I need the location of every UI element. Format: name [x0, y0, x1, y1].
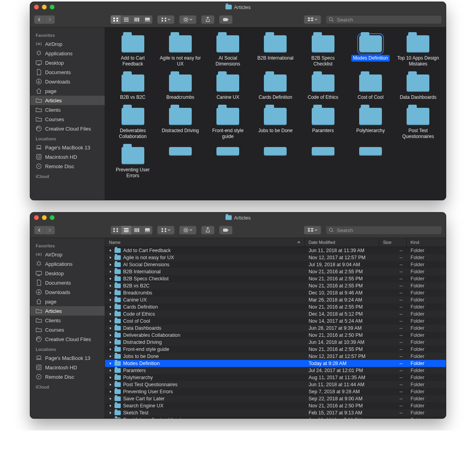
- disclosure-triangle-icon[interactable]: [109, 341, 112, 344]
- table-row[interactable]: B2B InternationalNov 21, 2016 at 2:55 PM…: [105, 268, 446, 275]
- folder-item[interactable]: Agile is not easy for UX: [157, 35, 203, 67]
- sidebar-item[interactable]: Downloads: [30, 77, 105, 86]
- arrange-menu-button[interactable]: [157, 226, 174, 234]
- search-input[interactable]: [336, 227, 439, 234]
- table-row[interactable]: Jobs to be DoneNov 12, 2017 at 12:57 PM-…: [105, 353, 446, 360]
- sidebar-item[interactable]: Applications: [30, 259, 105, 269]
- folder-item[interactable]: Preventing User Errors: [110, 147, 156, 179]
- table-row[interactable]: AI Social DimensionsJul 19, 2018 at 9:04…: [105, 261, 446, 268]
- folder-item[interactable]: Add to Cart Feedback: [110, 35, 156, 67]
- column-header-kind[interactable]: Kind: [407, 238, 446, 247]
- titlebar[interactable]: Articles: [30, 2, 446, 12]
- folder-item[interactable]: [347, 147, 393, 156]
- disclosure-triangle-icon[interactable]: [109, 284, 112, 287]
- table-row[interactable]: BreadcrumbsDec 10, 2018 at 9:46 AM--Fold…: [105, 289, 446, 296]
- table-row[interactable]: Add to Cart FeedbackJun 11, 2018 at 11:3…: [105, 247, 446, 254]
- folder-item[interactable]: Code of Ethics: [300, 74, 346, 101]
- sidebar-item[interactable]: Courses: [30, 114, 105, 124]
- disclosure-triangle-icon[interactable]: [109, 348, 112, 351]
- disclosure-triangle-icon[interactable]: [109, 383, 112, 386]
- table-row[interactable]: Post Test QuestionnairesJun 11, 2018 at …: [105, 381, 446, 388]
- minimize-window-button[interactable]: [42, 215, 47, 220]
- zoom-window-button[interactable]: [50, 5, 55, 9]
- sidebar-item[interactable]: Page's MacBook 13: [30, 143, 105, 152]
- disclosure-triangle-icon[interactable]: [109, 404, 112, 407]
- folder-item[interactable]: AI Social Dimensions: [205, 35, 251, 67]
- close-window-button[interactable]: [34, 215, 39, 220]
- folder-item[interactable]: Cost of Cool: [347, 74, 393, 101]
- folder-item[interactable]: Top 10 Apps Design Mistakes: [395, 35, 441, 67]
- disclosure-triangle-icon[interactable]: [109, 249, 112, 252]
- table-row[interactable]: PolyhierarchyAug 11, 2017 at 11:35 AM--F…: [105, 374, 446, 381]
- folder-item[interactable]: [253, 147, 298, 156]
- disclosure-triangle-icon[interactable]: [109, 320, 112, 323]
- disclosure-triangle-icon[interactable]: [109, 312, 112, 316]
- back-button[interactable]: [34, 226, 45, 234]
- folder-item[interactable]: [205, 147, 251, 156]
- disclosure-triangle-icon[interactable]: [109, 355, 112, 358]
- column-header-date[interactable]: Date Modified: [305, 238, 379, 247]
- sidebar-item[interactable]: Page's MacBook 13: [30, 353, 105, 363]
- folder-item[interactable]: Distracted Driving: [157, 108, 203, 140]
- view-icons-button[interactable]: [111, 226, 121, 234]
- view-gallery-button[interactable]: [142, 15, 153, 24]
- disclosure-triangle-icon[interactable]: [109, 263, 112, 266]
- folder-item[interactable]: Paramters: [300, 108, 346, 140]
- sidebar-item[interactable]: Applications: [30, 49, 105, 58]
- table-row[interactable]: Cards DefinitionNov 21, 2016 at 2:55 PM-…: [105, 303, 446, 311]
- content-area[interactable]: Add to Cart FeedbackAgile is not easy fo…: [105, 27, 446, 200]
- sidebar-item[interactable]: Documents: [30, 67, 105, 77]
- folder-item[interactable]: Breadcrumbs: [157, 74, 203, 101]
- column-header-name[interactable]: Name: [105, 238, 305, 247]
- disclosure-triangle-icon[interactable]: [109, 411, 112, 414]
- search-field[interactable]: [326, 226, 442, 234]
- titlebar[interactable]: Articles: [30, 212, 446, 223]
- disclosure-triangle-icon[interactable]: [109, 270, 112, 273]
- table-row[interactable]: Sketch TestFeb 15, 2017 at 9:13 AM--Fold…: [105, 409, 446, 416]
- disclosure-triangle-icon[interactable]: [109, 369, 112, 372]
- tags-button[interactable]: [219, 226, 233, 234]
- disclosure-triangle-icon[interactable]: [109, 397, 112, 400]
- disclosure-triangle-icon[interactable]: [109, 256, 112, 259]
- sidebar-item[interactable]: page: [30, 86, 105, 96]
- table-row[interactable]: Modes DefinitionToday at 9:28 AM--Folder: [105, 360, 446, 367]
- table-row[interactable]: B2B Specs ChecklistNov 21, 2016 at 2:55 …: [105, 275, 446, 282]
- table-row[interactable]: Top 10 Apps Design MistakesJan 20, 2019 …: [105, 416, 446, 418]
- zoom-window-button[interactable]: [50, 215, 55, 220]
- folder-item[interactable]: B2B vs B2C: [110, 74, 156, 101]
- disclosure-triangle-icon[interactable]: [109, 327, 112, 330]
- sidebar-item[interactable]: Articles: [30, 306, 105, 316]
- disclosure-triangle-icon[interactable]: [109, 390, 112, 393]
- view-icons-button[interactable]: [111, 15, 121, 24]
- table-row[interactable]: Cost of CoolNov 14, 2017 at 5:24 AM--Fol…: [105, 318, 446, 325]
- table-row[interactable]: ParamtersJul 24, 2017 at 12:01 PM--Folde…: [105, 367, 446, 374]
- dropbox-menu-button[interactable]: [304, 226, 321, 234]
- sidebar-item[interactable]: Downloads: [30, 287, 105, 297]
- tags-button[interactable]: [219, 15, 233, 24]
- sidebar-item[interactable]: Articles: [30, 96, 105, 105]
- folder-item[interactable]: B2B Specs Checklist: [300, 35, 346, 67]
- sidebar-item[interactable]: Remote Disc: [30, 162, 105, 171]
- folder-item[interactable]: Data Dashboards: [395, 74, 441, 101]
- share-button[interactable]: [201, 15, 214, 24]
- folder-item[interactable]: Modes Definition: [347, 35, 393, 67]
- folder-item[interactable]: Deliverables Collaboration: [110, 108, 156, 140]
- table-row[interactable]: Agile is not easy for UXNov 12, 2017 at …: [105, 254, 446, 261]
- dropbox-menu-button[interactable]: [304, 15, 321, 24]
- column-header-size[interactable]: Size: [379, 238, 407, 247]
- folder-item[interactable]: Canine UX: [205, 74, 251, 101]
- view-columns-button[interactable]: [132, 15, 142, 24]
- view-columns-button[interactable]: [132, 226, 142, 234]
- sidebar-item[interactable]: Creative Cloud Files: [30, 124, 105, 133]
- sidebar-item[interactable]: Remote Disc: [30, 372, 105, 381]
- sidebar-item[interactable]: page: [30, 297, 105, 306]
- back-button[interactable]: [34, 15, 45, 24]
- forward-button[interactable]: [45, 15, 55, 24]
- disclosure-triangle-icon[interactable]: [109, 305, 112, 309]
- folder-item[interactable]: B2B International: [253, 35, 298, 67]
- arrange-menu-button[interactable]: [157, 15, 174, 24]
- table-row[interactable]: Search Engine UXNov 21, 2016 at 2:50 PM-…: [105, 402, 446, 409]
- table-row[interactable]: Distracted DrivingJun 14, 2018 at 10:39 …: [105, 339, 446, 346]
- sidebar-item[interactable]: Desktop: [30, 58, 105, 67]
- sidebar-item[interactable]: AirDrop: [30, 250, 105, 259]
